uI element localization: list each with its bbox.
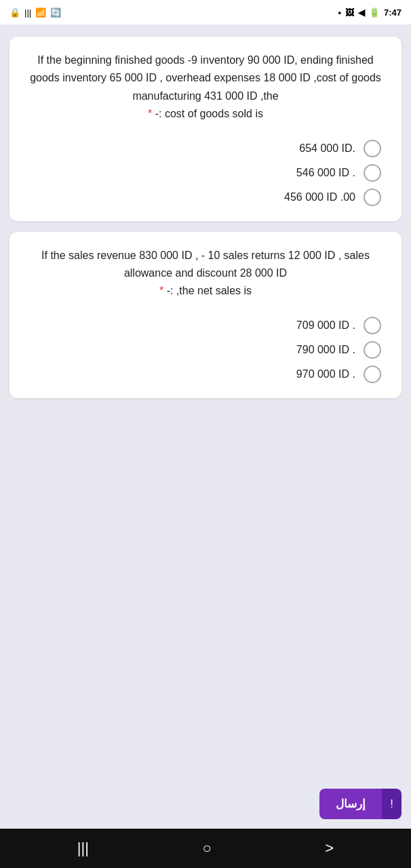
menu-nav-icon[interactable]: ||| — [77, 840, 89, 857]
question-card-2: If the sales revenue 830 000 ID , - 10 s… — [9, 232, 402, 398]
question-2-options: 709 000 ID . 790 000 ID . 970 000 ID . — [23, 317, 388, 383]
option-q1-c[interactable]: 456 000 ID .00 — [23, 189, 388, 206]
battery-icon: 🔋 — [369, 7, 380, 18]
dot-status: • — [338, 7, 341, 18]
screen-icon: 🔄 — [50, 7, 61, 18]
question-1-options: 654 000 ID. 546 000 ID . 456 000 ID .00 — [23, 140, 388, 206]
radio-q1-a[interactable] — [364, 140, 381, 157]
radio-q1-c[interactable] — [364, 189, 381, 206]
option-q1-b[interactable]: 546 000 ID . — [23, 164, 388, 182]
clock: 7:47 — [384, 7, 402, 18]
status-bar: 🔒 ||| 📶 🔄 • 🖼 ◀ 🔋 7:47 — [0, 0, 411, 24]
option-q2-b-label: 790 000 ID . — [296, 344, 355, 356]
status-left: 🔒 ||| 📶 🔄 — [9, 7, 61, 18]
required-star-2: * — [159, 285, 163, 296]
wifi-icon: 📶 — [35, 7, 46, 18]
main-content: If the beginning finished goods -9 inven… — [0, 24, 411, 783]
home-nav-icon[interactable]: ○ — [203, 840, 212, 857]
submit-row: إرسال ! — [0, 783, 411, 829]
option-q2-c-label: 970 000 ID . — [296, 368, 355, 380]
radio-q2-c[interactable] — [364, 366, 381, 383]
back-nav-icon[interactable]: > — [325, 840, 334, 857]
submit-combined: إرسال ! — [319, 789, 402, 819]
lock-icon: 🔒 — [9, 7, 20, 18]
submit-arrow-icon: ! — [390, 797, 393, 811]
question-card-1: If the beginning finished goods -9 inven… — [9, 37, 402, 221]
radio-q2-b[interactable] — [364, 341, 381, 359]
nav-bar: ||| ○ > — [0, 829, 411, 868]
option-q1-a[interactable]: 654 000 ID. — [23, 140, 388, 157]
radio-q2-a[interactable] — [364, 317, 381, 334]
option-q1-a-label: 654 000 ID. — [299, 142, 355, 155]
question-2-text: If the sales revenue 830 000 ID , - 10 s… — [23, 247, 388, 300]
option-q2-c[interactable]: 970 000 ID . — [23, 366, 388, 383]
required-star-1: * — [148, 108, 152, 119]
submit-button[interactable]: إرسال — [319, 789, 382, 819]
option-q2-b[interactable]: 790 000 ID . — [23, 341, 388, 359]
radio-q1-b[interactable] — [364, 164, 381, 182]
image-icon: 🖼 — [345, 7, 354, 18]
question-1-text: If the beginning finished goods -9 inven… — [23, 52, 388, 123]
arrow-icon: ◀ — [358, 7, 365, 18]
option-q2-a[interactable]: 709 000 ID . — [23, 317, 388, 334]
signal-icon: ||| — [24, 7, 31, 18]
option-q1-c-label: 456 000 ID .00 — [284, 191, 355, 203]
status-right: • 🖼 ◀ 🔋 7:47 — [338, 7, 402, 18]
submit-icon-button[interactable]: ! — [382, 789, 402, 819]
option-q2-a-label: 709 000 ID . — [296, 319, 355, 332]
option-q1-b-label: 546 000 ID . — [296, 167, 355, 179]
